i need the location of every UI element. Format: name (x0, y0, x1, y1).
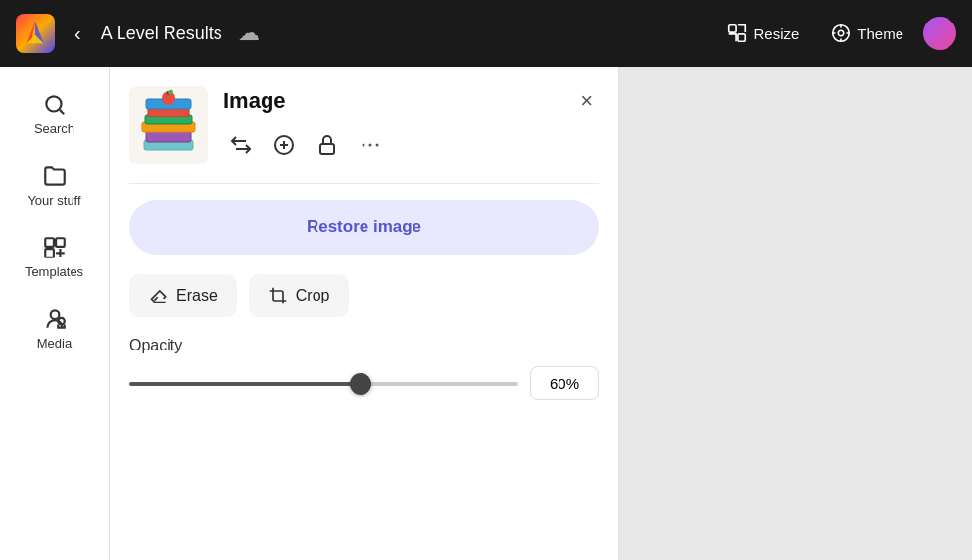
main-layout: Search Your stuff Templates M (0, 67, 972, 560)
duplicate-icon-button[interactable] (267, 127, 302, 167)
theme-icon (830, 23, 851, 44)
sidebar-item-templates-label: Templates (25, 264, 83, 279)
svg-point-27 (376, 144, 379, 147)
svg-point-26 (369, 144, 372, 147)
topbar: ‹ A Level Results ☁ Resize Theme (0, 0, 972, 67)
resize-label: Resize (753, 25, 799, 42)
panel-title: Image (223, 88, 286, 114)
resize-button[interactable]: Resize (714, 17, 810, 50)
image-thumbnail (129, 86, 208, 164)
canvas-area[interactable] (619, 67, 972, 560)
resize-icon (726, 23, 748, 44)
svg-point-8 (46, 96, 61, 111)
opacity-slider[interactable] (129, 382, 518, 386)
image-thumb-svg (134, 89, 203, 163)
opacity-label: Opacity (129, 337, 599, 354)
opacity-section: Opacity 60% (110, 317, 618, 420)
app-logo[interactable] (16, 14, 55, 53)
folder-icon (42, 163, 68, 189)
restore-image-button[interactable]: Restore image (129, 200, 599, 255)
sidebar-item-your-stuff-label: Your stuff (27, 193, 80, 208)
opacity-value[interactable]: 60% (530, 366, 599, 400)
avatar[interactable] (923, 17, 956, 50)
crop-icon (268, 286, 288, 305)
image-panel: Image × (110, 67, 619, 560)
panel-divider (129, 183, 599, 184)
sidebar-item-your-stuff[interactable]: Your stuff (12, 154, 98, 217)
more-options-icon (359, 133, 382, 157)
panel-header-top: Image × (223, 86, 599, 116)
svg-point-7 (839, 30, 845, 36)
svg-point-25 (363, 144, 365, 147)
sidebar-item-templates[interactable]: Templates (12, 225, 98, 289)
sidebar-item-media[interactable]: Media (12, 297, 98, 360)
panel-header-content: Image × (223, 86, 599, 167)
svg-rect-10 (56, 238, 65, 247)
lock-icon (316, 133, 339, 157)
sidebar-item-media-label: Media (37, 336, 72, 350)
swap-icon (229, 133, 253, 157)
svg-point-13 (58, 318, 65, 325)
theme-label: Theme (857, 25, 903, 42)
erase-icon (149, 286, 169, 305)
document-title: A Level Results (101, 23, 222, 44)
theme-button[interactable]: Theme (818, 17, 915, 50)
templates-icon (42, 235, 68, 260)
panel-header: Image × (110, 67, 618, 167)
back-button[interactable]: ‹ (67, 19, 89, 49)
crop-label: Crop (296, 287, 330, 304)
sidebar-item-search[interactable]: Search (12, 82, 98, 146)
erase-button[interactable]: Erase (129, 274, 237, 317)
sidebar: Search Your stuff Templates M (0, 67, 110, 560)
svg-rect-5 (738, 34, 745, 41)
more-options-button[interactable] (353, 127, 388, 167)
lock-icon-button[interactable] (310, 127, 345, 167)
svg-point-12 (50, 310, 59, 319)
search-icon (42, 92, 68, 117)
svg-rect-9 (45, 238, 54, 247)
panel-close-button[interactable]: × (574, 86, 599, 116)
svg-rect-24 (320, 144, 334, 154)
sidebar-item-search-label: Search (34, 121, 74, 136)
svg-rect-4 (729, 25, 736, 32)
opacity-row: 60% (129, 366, 599, 400)
cloud-icon: ☁ (238, 21, 260, 46)
svg-rect-11 (45, 249, 54, 257)
crop-button[interactable]: Crop (249, 274, 350, 317)
duplicate-icon (272, 133, 296, 157)
media-icon (42, 306, 68, 332)
action-row: Erase Crop (129, 274, 599, 317)
erase-label: Erase (176, 287, 218, 304)
panel-icon-row (223, 127, 599, 167)
topbar-right-actions: Resize Theme (714, 17, 956, 50)
swap-icon-button[interactable] (223, 127, 259, 167)
